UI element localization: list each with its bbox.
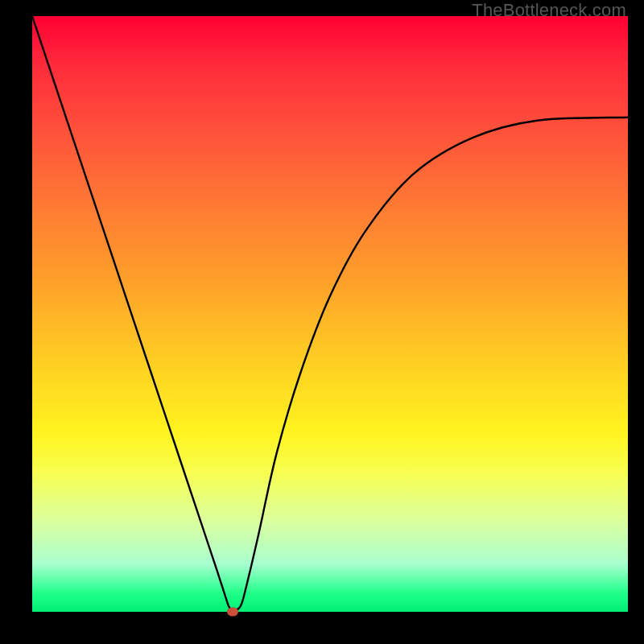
curve-path [32, 16, 628, 612]
min-marker [227, 608, 238, 617]
curve-svg [32, 16, 628, 612]
plot-area [32, 16, 628, 612]
chart-frame: TheBottleneck.com [0, 0, 644, 644]
